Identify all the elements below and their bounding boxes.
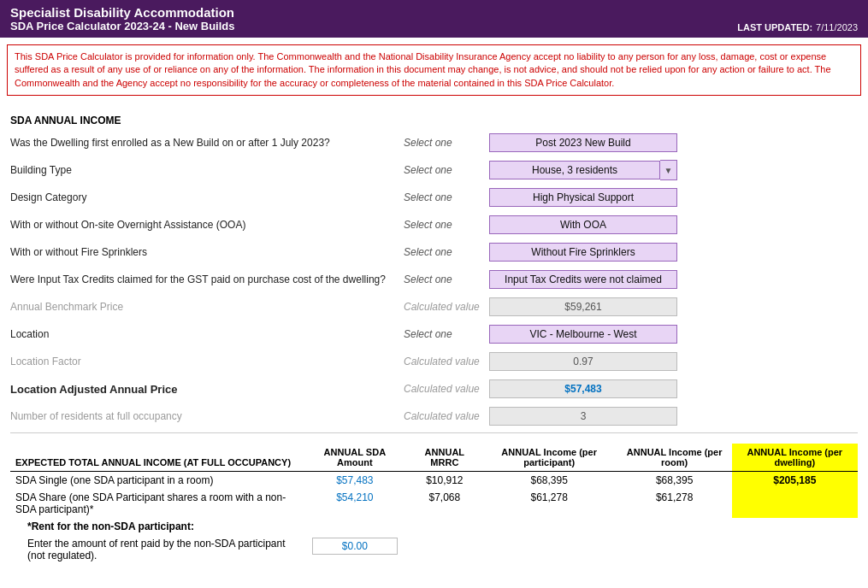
table-header-3: ANNUAL Income (per participant) [481, 444, 617, 472]
form-field-8: 0.97 [489, 352, 677, 371]
rent-label-bold: *Rent for the non-SDA participant: [10, 518, 302, 535]
header: Specialist Disability Accommodation SDA … [0, 0, 868, 38]
select-value-7[interactable]: VIC - Melbourne - West [489, 325, 677, 344]
form-row-6: Annual Benchmark PriceCalculated value$5… [10, 296, 858, 318]
table-row-0: SDA Single (one SDA participant in a roo… [10, 472, 858, 490]
table-row-label-0: SDA Single (one SDA participant in a roo… [10, 472, 302, 490]
rent-row-input: Enter the amount of rent paid by the non… [10, 535, 858, 564]
form-label-3: With or without On-site Overnight Assist… [10, 219, 404, 231]
table-row-1: SDA Share (one SDA Participant shares a … [10, 489, 858, 518]
disclaimer: This SDA Price Calculator is provided fo… [7, 44, 861, 96]
form-select-label-8: Calculated value [404, 356, 489, 368]
table-row-perroom-0: $68,395 [617, 472, 732, 490]
table-row-mrrc-0: $10,912 [408, 472, 481, 490]
form-label-4: With or without Fire Sprinklers [10, 246, 404, 258]
form-label-10: Number of residents at full occupancy [10, 410, 404, 422]
select-value-0[interactable]: Post 2023 New Build [489, 133, 677, 152]
calc-value-10: 3 [489, 407, 677, 426]
select-value-1[interactable]: House, 3 residents [489, 161, 660, 179]
table-header-2: ANNUAL MRRC [408, 444, 481, 472]
section-title: SDA ANNUAL INCOME [10, 115, 858, 126]
form-row-0: Was the Dwelling first enrolled as a New… [10, 132, 858, 154]
select-value-4[interactable]: Without Fire Sprinklers [489, 243, 677, 262]
form-row-4: With or without Fire SprinklersSelect on… [10, 241, 858, 263]
form-row-5: Were Input Tax Credits claimed for the G… [10, 268, 858, 291]
rent-empty2-2 [617, 535, 732, 564]
form-select-label-6: Calculated value [404, 301, 489, 313]
table-header-5: ANNUAL Income (per dwelling) [732, 444, 858, 472]
form-field-7[interactable]: VIC - Melbourne - West [489, 325, 677, 344]
table-section: EXPECTED TOTAL ANNUAL INCOME (AT FULL OC… [10, 444, 858, 564]
rent-empty-3 [617, 518, 732, 535]
form-row-10: Number of residents at full occupancyCal… [10, 405, 858, 427]
form-field-4[interactable]: Without Fire Sprinklers [489, 243, 677, 262]
table-row-mrrc-1: $7,068 [408, 489, 481, 518]
form-row-1: Building TypeSelect oneHouse, 3 resident… [10, 159, 858, 181]
table-row-perdwelling-1 [732, 489, 858, 518]
rent-row-label: *Rent for the non-SDA participant: [10, 518, 858, 535]
rent-empty-1 [408, 518, 481, 535]
rent-empty-2 [481, 518, 617, 535]
header-subtitle: SDA Price Calculator 2023-24 - New Build… [10, 20, 235, 32]
table-header-0: EXPECTED TOTAL ANNUAL INCOME (AT FULL OC… [10, 444, 302, 472]
table-row-sda-0: $57,483 [302, 472, 408, 490]
form-select-label-2: Select one [404, 191, 489, 203]
form-label-2: Design Category [10, 191, 404, 203]
rent-label-text: Enter the amount of rent paid by the non… [10, 535, 302, 564]
form-label-1: Building Type [10, 164, 404, 176]
form-rows: Was the Dwelling first enrolled as a New… [10, 132, 858, 427]
form-label-7: Location [10, 328, 404, 340]
form-select-label-9: Calculated value [404, 383, 489, 395]
calc-blue-value-9: $57,483 [489, 379, 677, 398]
calc-value-8: 0.97 [489, 352, 677, 371]
form-field-9: $57,483 [489, 379, 677, 398]
form-select-label-7: Select one [404, 328, 489, 340]
select-value-2[interactable]: High Physical Support [489, 188, 677, 207]
form-select-label-1: Select one [404, 164, 489, 176]
form-select-label-3: Select one [404, 219, 489, 231]
form-field-2[interactable]: High Physical Support [489, 188, 677, 207]
divider [10, 432, 858, 433]
form-field-5[interactable]: Input Tax Credits were not claimed [489, 270, 677, 289]
form-row-2: Design CategorySelect oneHigh Physical S… [10, 186, 858, 209]
income-table: EXPECTED TOTAL ANNUAL INCOME (AT FULL OC… [10, 444, 858, 564]
form-select-label-4: Select one [404, 246, 489, 258]
last-updated-label: LAST UPDATED: [737, 22, 812, 32]
rent-empty2-0 [408, 535, 481, 564]
rent-empty2-1 [481, 535, 617, 564]
rent-empty-4 [732, 518, 858, 535]
form-select-label-10: Calculated value [404, 410, 489, 422]
rent-input[interactable] [312, 538, 398, 555]
table-row-perpart-1: $61,278 [481, 489, 617, 518]
form-row-9: Location Adjusted Annual PriceCalculated… [10, 378, 858, 400]
table-row-perdwelling-0: $205,185 [732, 472, 858, 490]
form-select-label-0: Select one [404, 137, 489, 149]
form-field-1[interactable]: House, 3 residents▼ [489, 160, 677, 180]
dropdown-arrow-icon-1[interactable]: ▼ [660, 160, 677, 180]
main-content: SDA ANNUAL INCOME Was the Dwelling first… [0, 103, 868, 574]
select-value-5[interactable]: Input Tax Credits were not claimed [489, 270, 677, 289]
form-label-6: Annual Benchmark Price [10, 301, 404, 313]
form-field-0[interactable]: Post 2023 New Build [489, 133, 677, 152]
table-row-label-1: SDA Share (one SDA Participant shares a … [10, 489, 302, 518]
form-label-9: Location Adjusted Annual Price [10, 383, 404, 396]
form-label-0: Was the Dwelling first enrolled as a New… [10, 137, 404, 149]
form-field-6: $59,261 [489, 297, 677, 316]
rent-empty-0 [302, 518, 408, 535]
header-title: Specialist Disability Accommodation [10, 5, 235, 20]
form-row-8: Location FactorCalculated value0.97 [10, 350, 858, 373]
rent-input-cell[interactable] [302, 535, 408, 564]
select-with-arrow-1[interactable]: House, 3 residents▼ [489, 160, 677, 180]
select-value-3[interactable]: With OOA [489, 215, 677, 234]
table-header-1: ANNUAL SDA Amount [302, 444, 408, 472]
table-row-perroom-1: $61,278 [617, 489, 732, 518]
form-field-3[interactable]: With OOA [489, 215, 677, 234]
last-updated-value: 7/11/2023 [816, 22, 858, 32]
form-select-label-5: Select one [404, 273, 489, 285]
form-label-8: Location Factor [10, 356, 404, 368]
table-header-4: ANNUAL Income (per room) [617, 444, 732, 472]
calc-value-6: $59,261 [489, 297, 677, 316]
rent-empty2-3 [732, 535, 858, 564]
form-row-3: With or without On-site Overnight Assist… [10, 214, 858, 236]
form-row-7: LocationSelect oneVIC - Melbourne - West [10, 323, 858, 345]
